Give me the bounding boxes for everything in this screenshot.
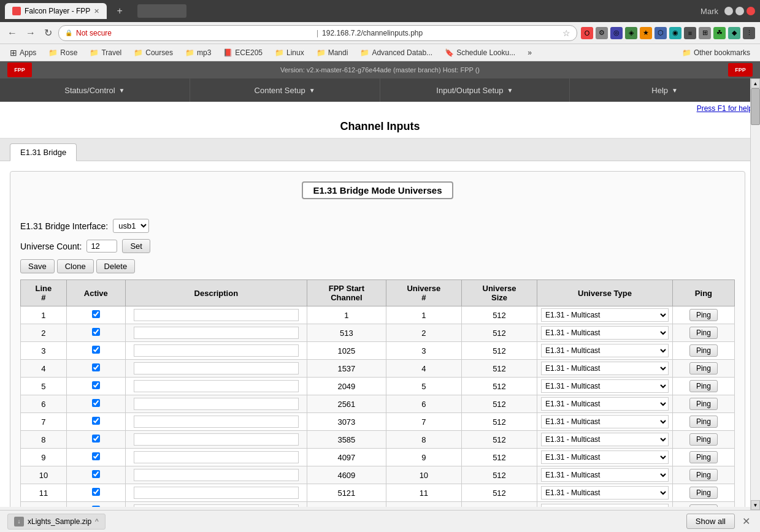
ext-icon-10[interactable]: ☘ (713, 27, 726, 39)
universe-type-select[interactable]: E1.31 - Multicast (541, 415, 669, 428)
universe-type-select[interactable]: E1.31 - Multicast (541, 504, 669, 507)
active-checkbox[interactable] (92, 346, 100, 354)
ping-button[interactable]: Ping (689, 309, 718, 321)
nav-status-control[interactable]: Status/Control ▼ (0, 78, 190, 102)
description-input[interactable] (134, 380, 299, 392)
forward-button[interactable]: → (23, 26, 38, 40)
ping-button[interactable]: Ping (689, 433, 718, 446)
ping-button[interactable]: Ping (689, 416, 718, 428)
ping-button[interactable]: Ping (689, 487, 718, 499)
bookmark-travel[interactable]: 📁 Travel (85, 47, 126, 58)
active-checkbox[interactable] (92, 470, 100, 478)
active-checkbox[interactable] (92, 381, 100, 389)
tab-e131-bridge[interactable]: E1.31 Bridge (10, 143, 77, 161)
description-input[interactable] (134, 504, 299, 507)
set-button[interactable]: Set (122, 239, 150, 253)
ext-icon-4[interactable]: ◈ (625, 27, 637, 39)
universe-type-select[interactable]: E1.31 - Multicast (541, 486, 669, 500)
interface-select[interactable]: usb1 usb2 eth0 (113, 219, 149, 233)
universe-type-select[interactable]: E1.31 - Multicast (541, 326, 669, 340)
close-button[interactable] (747, 7, 755, 15)
bookmark-star-icon[interactable]: ☆ (562, 28, 570, 38)
bookmark-ece205[interactable]: 📕 ECE205 (218, 47, 267, 58)
description-input[interactable] (134, 451, 299, 463)
active-checkbox[interactable] (92, 506, 100, 507)
nav-io-setup[interactable]: Input/Output Setup ▼ (380, 78, 570, 102)
active-checkbox[interactable] (92, 328, 100, 336)
active-checkbox[interactable] (92, 310, 100, 318)
universe-type-select[interactable]: E1.31 - Multicast (541, 433, 669, 446)
help-link[interactable]: Press F1 for help (697, 104, 753, 113)
bookmark-schedule[interactable]: 🔖 Schedule Looku... (440, 47, 520, 58)
delete-button[interactable]: Delete (96, 259, 136, 273)
ping-button[interactable]: Ping (689, 327, 718, 339)
minimize-button[interactable] (724, 7, 733, 15)
scroll-thumb[interactable] (751, 88, 760, 125)
ping-button[interactable]: Ping (689, 344, 718, 357)
ext-icon-7[interactable]: ◉ (669, 27, 681, 39)
universe-type-select[interactable]: E1.31 - Multicast (541, 397, 669, 411)
description-input[interactable] (134, 416, 299, 428)
universe-count-input[interactable] (86, 240, 117, 253)
ext-icon-8[interactable]: ≡ (684, 27, 696, 39)
description-input[interactable] (134, 362, 299, 374)
description-input[interactable] (134, 469, 299, 481)
bookmark-advanced-db[interactable]: 📁 Advanced Datab... (355, 47, 437, 58)
active-checkbox[interactable] (92, 488, 100, 496)
apps-button[interactable]: ⊞ Apps (5, 47, 41, 59)
ping-button[interactable]: Ping (689, 451, 718, 463)
status-close-button[interactable]: ✕ (740, 515, 753, 527)
universe-type-select[interactable]: E1.31 - Multicast (541, 362, 669, 375)
scroll-down-button[interactable]: ▼ (751, 500, 760, 510)
bookmark-linux[interactable]: 📁 Linux (270, 47, 309, 58)
ext-menu-icon[interactable]: ⋮ (743, 27, 755, 39)
universe-type-select[interactable]: E1.31 - Multicast (541, 308, 669, 322)
bookmark-rose[interactable]: 📁 Rose (44, 47, 82, 58)
active-checkbox[interactable] (92, 399, 100, 407)
ext-icon-2[interactable]: ⚙ (596, 27, 608, 39)
nav-help[interactable]: Help ▼ (570, 78, 760, 102)
universe-type-select[interactable]: E1.31 - Multicast (541, 379, 669, 393)
bookmark-courses[interactable]: 📁 Courses (129, 47, 178, 58)
other-bookmarks[interactable]: 📁 Other bookmarks (677, 47, 755, 58)
active-checkbox[interactable] (92, 435, 100, 443)
description-input[interactable] (134, 309, 299, 321)
clone-button[interactable]: Clone (57, 259, 94, 273)
opera-icon[interactable]: O (581, 27, 593, 39)
address-url[interactable]: 192.168.7.2/channelinputs.php (322, 29, 559, 37)
browser-tab[interactable]: Falcon Player - FPP ✕ (5, 3, 107, 19)
bookmark-mp3[interactable]: 📁 mp3 (180, 47, 216, 58)
universe-type-select[interactable]: E1.31 - Multicast (541, 450, 669, 464)
description-input[interactable] (134, 487, 299, 499)
ping-button[interactable]: Ping (689, 469, 718, 481)
active-checkbox[interactable] (92, 452, 100, 460)
expand-icon[interactable]: ^ (95, 517, 99, 526)
ping-button[interactable]: Ping (689, 504, 718, 507)
ping-button[interactable]: Ping (689, 398, 718, 410)
save-button[interactable]: Save (20, 259, 55, 273)
tab-close-button[interactable]: ✕ (94, 7, 99, 15)
bookmark-mandi[interactable]: 📁 Mandi (312, 47, 353, 58)
universe-type-select[interactable]: E1.31 - Multicast (541, 468, 669, 482)
description-input[interactable] (134, 344, 299, 357)
nav-content-setup[interactable]: Content Setup ▼ (190, 78, 380, 102)
scroll-up-button[interactable]: ▲ (751, 78, 760, 88)
new-tab-button[interactable]: + (112, 3, 127, 19)
ext-icon-3[interactable]: ◎ (610, 27, 623, 39)
description-input[interactable] (134, 433, 299, 446)
address-bar[interactable]: 🔒 Not secure | 192.168.7.2/channelinputs… (58, 25, 577, 41)
ext-icon-6[interactable]: ⬡ (654, 27, 667, 39)
ext-icon-11[interactable]: ◆ (728, 27, 740, 39)
ext-icon-5[interactable]: ★ (640, 27, 652, 39)
ping-button[interactable]: Ping (689, 362, 718, 374)
maximize-button[interactable] (735, 7, 744, 15)
ping-button[interactable]: Ping (689, 380, 718, 392)
right-scrollbar[interactable]: ▲ ▼ (750, 78, 760, 510)
active-checkbox[interactable] (92, 417, 100, 425)
description-input[interactable] (134, 327, 299, 339)
bookmark-more[interactable]: » (523, 47, 537, 58)
reload-button[interactable]: ↻ (42, 26, 55, 40)
back-button[interactable]: ← (5, 26, 20, 40)
active-checkbox[interactable] (92, 363, 100, 371)
universe-type-select[interactable]: E1.31 - Multicast (541, 344, 669, 357)
